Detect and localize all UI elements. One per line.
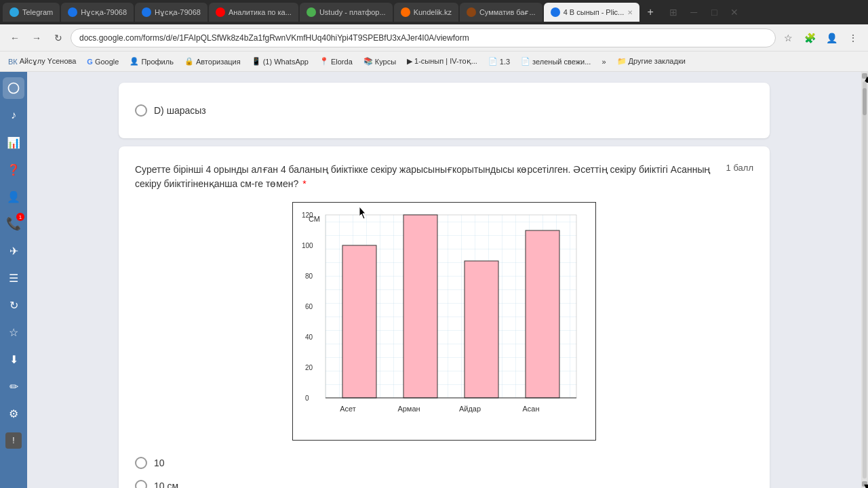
bar-arman: [403, 215, 437, 398]
extensions-icon[interactable]: 🧩: [800, 28, 819, 47]
maximize-button[interactable]: □: [705, 3, 724, 22]
tab-ustudy[interactable]: Ustudy - платфор...: [300, 3, 393, 22]
bookmarks-bar: ВК Айсұлу Үсенова G Google 👤 Профиль 🔒 А…: [0, 52, 868, 72]
tab-icon-ustudy: [307, 7, 316, 17]
sidebar-phone-icon[interactable]: 📞 1: [3, 213, 24, 235]
bookmark-other[interactable]: 📁 Другие закладки: [614, 56, 688, 67]
profile-button[interactable]: 👤: [822, 28, 841, 47]
bookmark-page-button[interactable]: ☆: [778, 28, 797, 47]
radio-10[interactable]: [135, 457, 147, 469]
scrollbar-down-arrow[interactable]: ▼: [862, 481, 867, 487]
nav-bar: ← → ↻ docs.google.com/forms/d/e/1FAIpQLS…: [0, 24, 868, 52]
tab-label-summative: Сумматив бағ...: [479, 8, 536, 17]
tab-label-current: 4 В сынып - Plic...: [564, 8, 625, 16]
bookmark-13[interactable]: 📄 1.3: [486, 56, 513, 67]
y-label-60: 60: [305, 303, 313, 310]
tab-icon-current: [551, 7, 560, 17]
tab-analytics[interactable]: Аналитика по ка...: [209, 3, 298, 22]
bookmark-icon-green: 📄: [521, 57, 530, 66]
bookmark-label-kursy: Курсы: [375, 58, 396, 66]
close-button[interactable]: ✕: [725, 3, 744, 22]
bookmark-green[interactable]: 📄 зеленый свежи...: [518, 56, 593, 67]
x-label-asan: Асан: [522, 405, 539, 413]
sidebar-download-icon[interactable]: ⬇: [3, 348, 24, 370]
bookmark-label-13: 1.3: [500, 58, 510, 66]
bookmark-aisulu[interactable]: ВК Айсұлу Үсенова: [5, 56, 79, 67]
forward-button[interactable]: →: [27, 28, 46, 47]
main-area: ♪ 📊 ❓ 👤 📞 1 ✈ ☰ ↻ ☆ ⬇ ✏ ⚙ ! D) шарасыз: [0, 72, 868, 488]
sidebar-edit-icon[interactable]: ✏: [3, 375, 24, 397]
bookmark-elorda[interactable]: 📍 Elorda: [317, 56, 355, 67]
answer-option-d[interactable]: D) шарасыз: [135, 99, 753, 122]
bookmark-1class[interactable]: ▶ 1-сынып | IV-тоқ...: [404, 56, 480, 67]
bookmark-auth[interactable]: 🔒 Авторизация: [182, 56, 243, 67]
extensions-button[interactable]: ⊞: [664, 3, 683, 22]
minimize-button[interactable]: ─: [684, 3, 703, 22]
y-label-120: 120: [302, 211, 313, 219]
sidebar-refresh-icon[interactable]: ↻: [3, 294, 24, 316]
scrollbar-up-arrow[interactable]: ▲: [862, 73, 867, 79]
bookmark-kursy[interactable]: 📚 Курсы: [361, 56, 399, 67]
tab-kundelik[interactable]: Kundelik.kz: [394, 3, 458, 22]
sidebar-stats-icon[interactable]: 📊: [3, 131, 24, 153]
sidebar-telegram-icon[interactable]: ✈: [3, 240, 24, 262]
sidebar-warning-icon[interactable]: !: [3, 430, 24, 451]
tab-nuska2[interactable]: Нұсқа-79068: [135, 3, 208, 22]
sidebar-star-icon[interactable]: ☆: [3, 321, 24, 343]
radio-d[interactable]: [135, 104, 147, 117]
answer-option-10[interactable]: 10: [135, 451, 753, 474]
bookmark-icon-profile: 👤: [130, 57, 139, 66]
sidebar-settings-icon[interactable]: ⚙: [3, 403, 24, 424]
bookmark-label-whatsapp: (1) WhatsApp: [263, 58, 309, 66]
bookmark-label-elorda: Elorda: [331, 58, 353, 66]
question-text: Суретте бірінші 4 орынды алған 4 баланың…: [135, 163, 715, 191]
y-label-0: 0: [305, 394, 309, 402]
bookmark-icon-elorda: 📍: [319, 57, 329, 66]
back-button[interactable]: ←: [5, 28, 24, 47]
tab-icon-nuska1: [68, 7, 77, 17]
bookmark-more[interactable]: »: [599, 56, 608, 67]
address-bar[interactable]: docs.google.com/forms/d/e/1FAIpQLSfWk8z4…: [71, 28, 776, 47]
tab-telegram[interactable]: Telegram: [3, 3, 60, 22]
sidebar-vk-icon[interactable]: [3, 77, 24, 99]
bookmark-profile[interactable]: 👤 Профиль: [127, 56, 176, 67]
question-points: 1 балл: [726, 163, 753, 173]
settings-button[interactable]: ⋮: [844, 28, 863, 47]
bookmark-icon-whatsapp: 📱: [252, 57, 261, 66]
sidebar-list-icon[interactable]: ☰: [3, 267, 24, 289]
tab-close-icon[interactable]: ✕: [627, 9, 633, 16]
sidebar-question-icon[interactable]: ❓: [3, 159, 24, 180]
tab-label-nuska1: Нұсқа-79068: [81, 8, 127, 17]
tab-label-kundelik: Kundelik.kz: [414, 8, 452, 16]
y-label-80: 80: [305, 272, 313, 280]
bookmark-label-profile: Профиль: [141, 58, 174, 66]
bookmark-label-1class: 1-сынып | IV-тоқ...: [414, 57, 477, 66]
scrollbar-thumb[interactable]: [863, 88, 867, 115]
main-question-card: Суретте бірінші 4 орынды алған 4 баланың…: [119, 146, 770, 488]
reload-button[interactable]: ↻: [49, 28, 68, 47]
radio-10cm[interactable]: [135, 480, 147, 488]
answer-option-10cm[interactable]: 10 см: [135, 474, 753, 488]
x-label-aset: Асет: [340, 405, 356, 413]
right-scrollbar[interactable]: ▲ ▼: [861, 72, 868, 488]
new-tab-button[interactable]: +: [641, 3, 660, 22]
bar-asan: [526, 230, 559, 398]
sidebar-music-icon[interactable]: ♪: [3, 104, 24, 126]
answer-10-label: 10: [154, 458, 165, 468]
tab-label-telegram: Telegram: [22, 8, 53, 16]
tab-icon-nuska2: [142, 7, 151, 17]
tab-current[interactable]: 4 В сынып - Plic... ✕: [544, 3, 640, 22]
y-label-100: 100: [302, 242, 313, 249]
bookmark-whatsapp[interactable]: 📱 (1) WhatsApp: [249, 56, 311, 67]
question-header: Суретте бірінші 4 орынды алған 4 баланың…: [135, 163, 753, 191]
previous-question-card: D) шарасыз: [119, 83, 770, 138]
browser-chrome: Telegram Нұсқа-79068 Нұсқа-79068 Аналити…: [0, 0, 868, 72]
tab-summative[interactable]: Сумматив бағ...: [460, 3, 542, 22]
bar-aidar: [465, 261, 498, 398]
tab-label-nuska2: Нұсқа-79068: [155, 8, 201, 17]
left-sidebar: ♪ 📊 ❓ 👤 📞 1 ✈ ☰ ↻ ☆ ⬇ ✏ ⚙ !: [0, 72, 27, 488]
tab-nuska1[interactable]: Нұсқа-79068: [61, 3, 134, 22]
sidebar-user-icon[interactable]: 👤: [3, 186, 24, 207]
bookmark-google[interactable]: G Google: [84, 56, 121, 67]
x-label-arman: Арман: [397, 405, 420, 413]
